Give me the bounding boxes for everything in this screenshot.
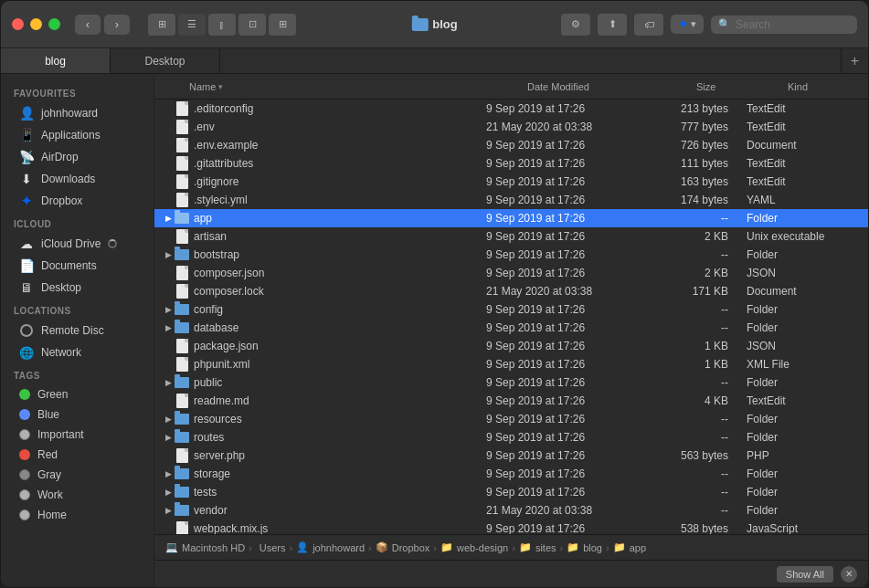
file-icon <box>175 357 189 372</box>
table-row[interactable]: ▶ database 9 Sep 2019 at 17:26 -- Folder <box>154 319 868 337</box>
table-row[interactable]: ▶ app 9 Sep 2019 at 17:26 -- Folder <box>154 209 868 227</box>
expand-arrow[interactable]: ▶ <box>162 212 175 225</box>
dropbox-button[interactable]: ✦ ▾ <box>671 15 704 34</box>
search-input[interactable] <box>736 18 845 31</box>
table-row[interactable]: server.php 9 Sep 2019 at 17:26 563 bytes… <box>154 446 868 465</box>
col-header-name[interactable]: Name ▾ <box>189 81 527 92</box>
file-modified: 9 Sep 2019 at 17:26 <box>486 139 655 152</box>
table-row[interactable]: composer.json 9 Sep 2019 at 17:26 2 KB J… <box>154 264 868 282</box>
show-all-button[interactable]: Show All <box>777 566 833 583</box>
expand-arrow[interactable]: ▶ <box>162 467 175 480</box>
tag-button[interactable]: 🏷 <box>634 14 663 36</box>
tab-desktop[interactable]: Desktop <box>111 48 220 73</box>
window-title-area: blog <box>411 17 457 31</box>
minimize-button[interactable] <box>30 18 42 30</box>
file-name: .gitattributes <box>194 157 486 170</box>
table-row[interactable]: .gitignore 9 Sep 2019 at 17:26 163 bytes… <box>154 173 868 191</box>
sidebar-item-documents[interactable]: 📄 Documents <box>6 255 148 277</box>
path-icon: 📁 <box>440 541 453 553</box>
table-row[interactable]: artisan 9 Sep 2019 at 17:26 2 KB Unix ex… <box>154 227 868 246</box>
maximize-button[interactable] <box>48 18 60 30</box>
table-row[interactable]: .env.example 9 Sep 2019 at 17:26 726 byt… <box>154 136 868 154</box>
file-icon <box>175 138 189 152</box>
close-button[interactable] <box>12 18 24 30</box>
file-icon <box>175 412 189 426</box>
table-row[interactable]: .gitattributes 9 Sep 2019 at 17:26 111 b… <box>154 154 868 173</box>
table-row[interactable]: ▶ resources 9 Sep 2019 at 17:26 -- Folde… <box>154 410 868 428</box>
file-kind: Folder <box>747 212 861 225</box>
expand-arrow[interactable]: ▶ <box>162 303 175 316</box>
path-item[interactable]: Users <box>256 542 286 553</box>
search-box[interactable]: 🔍 <box>711 16 857 34</box>
sidebar-item-icloud-drive[interactable]: ☁ iCloud Drive <box>6 233 148 255</box>
grid-view-button[interactable]: ⊞ <box>269 14 296 36</box>
expand-arrow[interactable]: ▶ <box>162 248 175 261</box>
expand-arrow[interactable]: ▶ <box>162 376 175 389</box>
table-row[interactable]: .editorconfig 9 Sep 2019 at 17:26 213 by… <box>154 100 868 118</box>
file-modified: 9 Sep 2019 at 17:26 <box>486 267 655 279</box>
sidebar-item-tag-blue[interactable]: Blue <box>6 404 148 425</box>
expand-arrow[interactable]: ▶ <box>162 321 175 334</box>
sidebar-item-tag-home[interactable]: Home <box>6 505 148 525</box>
table-row[interactable]: readme.md 9 Sep 2019 at 17:26 4 KB TextE… <box>154 392 868 410</box>
table-row[interactable]: ▶ public 9 Sep 2019 at 17:26 -- Folder <box>154 373 868 392</box>
share-button[interactable]: ⬆ <box>598 14 627 36</box>
file-modified: 9 Sep 2019 at 17:26 <box>486 212 655 225</box>
sidebar-item-airdrop[interactable]: 📡 AirDrop <box>6 146 148 168</box>
table-row[interactable]: ▶ storage 9 Sep 2019 at 17:26 -- Folder <box>154 465 868 483</box>
table-row[interactable]: .styleci.yml 9 Sep 2019 at 17:26 174 byt… <box>154 191 868 209</box>
table-row[interactable]: ▶ routes 9 Sep 2019 at 17:26 -- Folder <box>154 428 868 446</box>
sidebar-item-applications[interactable]: 📱 Applications <box>6 124 148 146</box>
back-button[interactable]: ‹ <box>75 15 101 35</box>
file-name: .env <box>194 121 486 133</box>
close-bottom-button[interactable]: ✕ <box>841 566 857 583</box>
path-item[interactable]: 📁app <box>613 541 646 553</box>
column-view-button[interactable]: ⫿ <box>208 14 236 36</box>
sidebar-item-remote-disc[interactable]: Remote Disc <box>6 320 148 341</box>
sidebar-item-downloads[interactable]: ⬇ Downloads <box>6 168 148 190</box>
tab-blog[interactable]: blog <box>1 48 111 73</box>
table-row[interactable]: ▶ bootstrap 9 Sep 2019 at 17:26 -- Folde… <box>154 246 868 264</box>
sidebar-item-tag-important[interactable]: Important <box>6 425 148 445</box>
sidebar-item-tag-green[interactable]: Green <box>6 384 148 404</box>
sidebar-item-dropbox[interactable]: ✦ Dropbox <box>6 190 148 212</box>
expand-arrow[interactable]: ▶ <box>162 486 175 499</box>
list-view-button[interactable]: ☰ <box>178 14 206 36</box>
sidebar-item-johnhoward[interactable]: 👤 johnhoward <box>6 102 148 124</box>
path-item[interactable]: 💻Macintosh HD <box>165 541 245 553</box>
window-title: blog <box>411 17 457 31</box>
sidebar-item-network[interactable]: 🌐 Network <box>6 341 148 363</box>
add-tab-button[interactable]: + <box>841 48 868 73</box>
path-item[interactable]: 📁web-design <box>440 541 508 553</box>
sidebar-item-desktop[interactable]: 🖥 Desktop <box>6 277 148 299</box>
table-row[interactable]: ▶ tests 9 Sep 2019 at 17:26 -- Folder <box>154 483 868 501</box>
path-item[interactable]: 👤johnhoward <box>296 541 365 553</box>
expand-arrow[interactable]: ▶ <box>162 504 175 517</box>
table-row[interactable]: webpack.mix.js 9 Sep 2019 at 17:26 538 b… <box>154 520 868 534</box>
table-row[interactable]: .env 21 May 2020 at 03:38 777 bytes Text… <box>154 118 868 136</box>
file-icon <box>175 211 189 226</box>
sidebar-item-tag-red[interactable]: Red <box>6 445 148 465</box>
settings-button[interactable]: ⚙ <box>561 14 590 36</box>
table-row[interactable]: composer.lock 21 May 2020 at 03:38 171 K… <box>154 282 868 300</box>
path-item[interactable]: 📁blog <box>567 541 602 553</box>
table-row[interactable]: package.json 9 Sep 2019 at 17:26 1 KB JS… <box>154 337 868 355</box>
sidebar-item-tag-work[interactable]: Work <box>6 485 148 505</box>
forward-button[interactable]: › <box>104 15 130 35</box>
sidebar-item-tag-gray[interactable]: Gray <box>6 465 148 485</box>
col-header-modified[interactable]: Date Modified <box>527 81 696 92</box>
remote-disc-icon <box>19 323 34 338</box>
icon-view-button[interactable]: ⊞ <box>148 14 175 36</box>
gallery-view-button[interactable]: ⊡ <box>238 14 266 36</box>
path-item[interactable]: 📁sites <box>519 541 556 553</box>
expand-arrow[interactable]: ▶ <box>162 431 175 444</box>
col-header-kind[interactable]: Kind <box>788 81 861 92</box>
col-header-size[interactable]: Size <box>696 81 788 92</box>
table-row[interactable]: ▶ vendor 21 May 2020 at 03:38 -- Folder <box>154 501 868 520</box>
tag-gray-dot <box>19 469 30 480</box>
path-separator: › <box>433 542 437 553</box>
expand-arrow[interactable]: ▶ <box>162 413 175 425</box>
table-row[interactable]: ▶ config 9 Sep 2019 at 17:26 -- Folder <box>154 300 868 319</box>
table-row[interactable]: phpunit.xml 9 Sep 2019 at 17:26 1 KB XML… <box>154 355 868 373</box>
path-item[interactable]: 📦Dropbox <box>376 541 430 553</box>
